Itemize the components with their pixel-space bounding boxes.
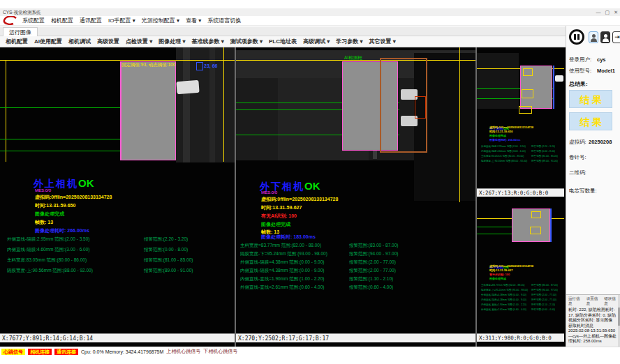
camera-view-lower[interactable]: AI检测框 外下相机OK MES:0/0 虚拟码:0fflin=20250208… [236,47,475,347]
measurement-row: 内侧直线-隔膜=4.38mm 范围:(0.00 - 9.00) [240,268,324,274]
frame-count-text: 帧数: 13 [35,219,53,226]
barcode-text: 虚拟码:0fflin=20250208133134728 [35,194,112,201]
mini-alarm: 报警范围:(0.60 - 4.00) [531,308,555,311]
mini-done: 图像处理完成 [489,277,506,280]
camera-view-upper[interactable]: 固定阈值:93, 动态阈值:100 23, 66 外上相机OK MES:0/0 … [0,47,235,347]
alarm-range: 报警范围:(1.10 - 2.10) [349,276,393,282]
result-box-upper: 结 果 [569,90,612,108]
mini-time: 时间:13-31-59-627 [489,268,512,272]
needle-number-label: 卷针号: [569,154,586,161]
mini-measurement: 隔膜宽度-下=95.24mm 范围:(93.00 - 98.00) [481,289,528,291]
mes-status-text: MES:0/0 [35,188,51,192]
mini-ai: 有无AI识别: 100 [489,273,510,276]
mini-measurement: 内侧直线-直线=1.90mm 范围:(1.00 - 2.20) [481,303,526,306]
toolbar-other-settings[interactable]: 其它设置 ▾ [369,38,396,45]
toolbar-camera-debug[interactable]: 相机调试 [68,38,91,45]
mini-alarm: 报警范围:(83.00 - 87.00) [531,284,558,287]
login-user-label: 登录用户: [569,56,591,63]
exit-logout-icon[interactable]: ⇥ [612,31,620,43]
menu-io-config[interactable]: IO手配置 ▾ [108,17,135,24]
menu-system-config[interactable]: 系统配置 [22,17,45,24]
toolbar-learning-params[interactable]: 学习参数 ▾ [336,38,362,45]
right-panel: ⇥ 登录用户: cys 使用型号: Model1 总结果: 结 果 结 果 虚拟… [566,26,620,347]
pixel-coords-readout: X:270;Y:2502;R:17;G:17;B:17 [236,333,475,342]
mini-elapsed: 图像处理耗时: 266.00ms [489,138,520,142]
status-ok: OK [78,177,94,189]
reference-line-yellow-v [6,60,6,162]
ai-box-label: AI检测框 [344,55,362,61]
mini-alarm: 报警范围:(81.00 - 85.00) [531,155,558,158]
toolbar-plc-address[interactable]: PLC地址表 [269,38,297,45]
mini-alarm: 报警范围:(1.10 - 2.10) [531,303,555,306]
reference-line-yellow-v [223,47,224,162]
toolbar-camera-config[interactable]: 相机配置 [6,38,28,45]
pause-button[interactable] [569,29,584,45]
probe-value-text: 23, 66 [204,63,217,68]
toolbar-ai-use-config[interactable]: AI使用配置 [34,38,62,45]
mini-barcode: 虚拟码:0fflin=20250208133134728 [489,126,533,129]
virtual-code-label: 虚拟码: [569,139,586,146]
model-label: 使用型号: [569,68,591,75]
elapsed-text: 图像处理耗时: 266.00ms [35,227,89,234]
toolbar-advanced-settings[interactable]: 高级设置 [97,38,119,45]
menu-language-switch[interactable]: 系统语言切换 [207,17,241,24]
alarm-range: 报警范围:(89.00 - 91.00) [144,268,193,274]
toolbar: 相机配置 AI使用配置 相机调试 高级设置 点检设置 ▾ 图像处理 ▾ 基准线参… [0,36,566,47]
elapsed-text: 图像处理耗时: 183.00ms [261,234,316,241]
heartbeat-badge: 心跳信号 [1,349,25,355]
log-tab-run[interactable]: 运行信息 [568,296,584,306]
machine-background-stripe [183,47,190,162]
lower-camera-heartbeat: 下相机心跳信号 [203,348,237,355]
camera-name: 外上相机 [34,178,78,189]
probe-box [196,62,203,70]
roi-box-yellow [530,227,541,234]
measurement-row: 外侧直线-直线=2.61mm 范围:(0.60 - 4.00) [240,285,324,291]
mini-barcode: 虚拟码:0fflin=20250208133134728 [489,264,533,268]
alarm-range: 报警范围:(0.00 - 8.00) [144,247,188,253]
reference-line-yellow-h [0,60,235,61]
measurement-row: 主料宽度=83.77mm 范围:(82.00 - 88.00) [240,243,321,249]
tab-run-image[interactable]: 运行图像 [3,27,38,37]
measurement-row: 外侧直线-隔膜=4.38mm 范围:(0.00 - 9.00) [240,259,324,266]
pixel-coords-readout: X:7677;Y:891;R:14;G:14;B:14 [0,333,235,342]
maximize-icon[interactable]: ▢ [605,8,610,16]
virtual-code-value: 20250208 [589,139,612,145]
mini-measurement: 隔膜宽度-上:90.56mm 范围:(88.00 - 92.00) [481,160,527,162]
defect-roi-box [415,96,426,119]
cpu-memory-readout: Cpu: 0.0% Memory: 3424.41796875M [81,349,163,354]
reference-line-blue-v [550,208,552,242]
window-title: CYS-视觉检测系统 [3,10,41,15]
user-dark-icon[interactable] [600,31,610,43]
roi-box-yellow [522,89,533,98]
pixel-coords-readout: X:267;Y:13;R:0;G:0;B:0 [477,188,564,197]
mini-alarm: 报警范围:(2.20 - 3.20) [531,145,555,148]
measurement-row: 隔膜宽度-上:90.56mm 范围:(88.00 - 92.00) [7,268,93,274]
alarm-range: 报警范围:(94.00 - 97.00) [349,251,398,257]
toolbar-spot-check[interactable]: 点检设置 ▾ [126,38,152,45]
menu-camera-config[interactable]: 相机配置 [51,17,73,24]
menu-view[interactable]: 查看 ▾ [186,17,201,24]
camera-link-badge: 相机连接 [28,349,52,355]
minimize-icon[interactable]: — [596,8,601,16]
reference-line-yellow-v [459,47,460,202]
log-tab-errors[interactable]: 错误信息 [604,296,619,306]
toolbar-advanced-debug[interactable]: 高级调试 ▾ [303,38,330,45]
menu-comm-config[interactable]: 通讯配置 [80,17,102,24]
measurement-row: 内侧直线-直线=1.90mm 范围:(1.00 - 2.20) [240,276,324,282]
close-icon[interactable]: ✕ [614,8,618,16]
thumbnail-view-upper[interactable]: 外上相机OK 虚拟码:0fflin=20250208133134728 时间:1… [477,47,564,197]
menu-light-config[interactable]: 光源控制配置 ▾ [142,17,179,24]
toolbar-image-processing[interactable]: 图像处理 ▾ [158,38,185,45]
user-login-icon[interactable] [589,31,598,43]
window-controls: — ▢ ✕ [596,8,619,16]
reference-line-blue-v [553,66,554,109]
app-logo-icon [3,16,18,25]
thumbnail-view-lower[interactable]: 外下相机OK 虚拟码:0fflin=20250208133134728 时间:1… [477,199,564,347]
toolbar-baseline-params[interactable]: 基准线参数 ▾ [192,38,224,45]
log-tab-settings[interactable]: 设置信息 [586,296,602,306]
toolbar-test-params[interactable]: 测试项参数 ▾ [230,38,263,45]
mini-measurement: 外侧直线-直线=2.61mm 范围:(0.60 - 4.00) [481,308,526,311]
alarm-range: 报警范围:(2.20 - 3.20) [144,236,188,243]
mini-measurement: 外侧直线-隔膜:2.95mm 范围:(2.00 - 3.50) [481,145,526,148]
mini-alarm: 报警范围:(94.00 - 97.00) [531,289,558,291]
